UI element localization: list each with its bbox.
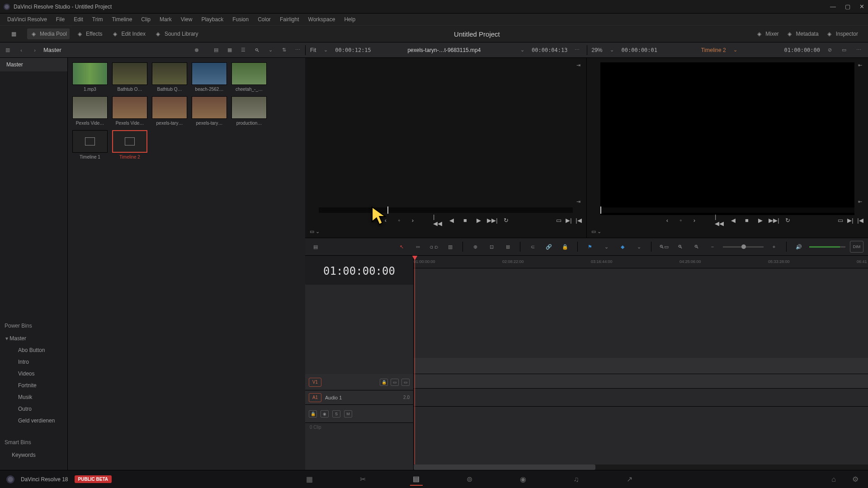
zoom-detail-icon[interactable]: 🔍︎ bbox=[690, 241, 702, 253]
audio-mute-icon[interactable]: 🔊 bbox=[793, 241, 805, 253]
zoom-out-icon[interactable]: − bbox=[707, 241, 718, 253]
sidebar-toggle[interactable]: ▦ bbox=[7, 28, 20, 39]
overwrite-icon[interactable]: ▭ bbox=[835, 215, 845, 225]
media-clip[interactable]: Bathtub O… bbox=[112, 62, 147, 92]
maximize-button[interactable]: ▢ bbox=[845, 3, 850, 10]
zoom-search-icon[interactable]: 🔍︎▭ bbox=[658, 241, 670, 253]
audio-track-label[interactable]: A1 bbox=[309, 393, 321, 402]
mute-button[interactable]: M bbox=[344, 410, 352, 418]
jog-icon[interactable]: ◦ bbox=[394, 215, 404, 225]
media-page-icon[interactable]: ▦ bbox=[303, 473, 316, 486]
more-icon[interactable]: ⋯ bbox=[572, 45, 582, 55]
timeline-timecode[interactable]: 01:00:00:00 bbox=[305, 256, 413, 285]
deliver-page-icon[interactable]: ↗ bbox=[623, 473, 636, 486]
edit-index-button[interactable]: ◈Edit Index bbox=[109, 28, 148, 39]
more-icon[interactable]: ⋯ bbox=[854, 45, 863, 55]
zoom-fit-icon[interactable]: 🔍︎ bbox=[674, 241, 686, 253]
fusion-page-icon[interactable]: ⊚ bbox=[463, 473, 476, 486]
zoom-in-icon[interactable]: + bbox=[768, 241, 780, 253]
blade-tool-icon[interactable]: ▥ bbox=[444, 241, 456, 253]
match-frame-icon[interactable]: ⇤ bbox=[858, 199, 865, 206]
video-track-label[interactable]: V1 bbox=[309, 378, 321, 387]
media-clip[interactable]: 1.mp3 bbox=[72, 62, 108, 92]
auto-select-icon[interactable]: ▭ bbox=[391, 379, 399, 386]
lock-icon[interactable]: 🔒 bbox=[559, 241, 571, 253]
media-clip[interactable]: pexels-tary… bbox=[192, 96, 227, 126]
prev-edit-icon[interactable]: ‹ bbox=[662, 215, 672, 225]
insert-clip-icon[interactable]: ⊕ bbox=[469, 241, 481, 253]
menu-mark[interactable]: Mark bbox=[156, 14, 175, 24]
stop-icon[interactable]: ■ bbox=[742, 215, 752, 225]
media-clip[interactable]: pexels-tary… bbox=[152, 96, 187, 126]
menu-timeline[interactable]: Timeline bbox=[108, 14, 136, 24]
menu-color[interactable]: Color bbox=[254, 14, 274, 24]
menu-edit[interactable]: Edit bbox=[70, 14, 87, 24]
mark-in-out-icon[interactable]: ▭ ⌄ bbox=[310, 227, 321, 236]
power-bin-item[interactable]: Videos bbox=[0, 368, 67, 380]
effects-button[interactable]: ◈Effects bbox=[73, 28, 105, 39]
volume-slider[interactable] bbox=[809, 246, 845, 248]
playhead-line[interactable] bbox=[415, 256, 415, 470]
loop-icon[interactable]: ↻ bbox=[501, 215, 511, 225]
edit-page-icon[interactable]: ▤ bbox=[410, 473, 423, 486]
arm-track-icon[interactable]: ◉ bbox=[321, 410, 329, 418]
timeline-view-icon[interactable]: ▤ bbox=[310, 241, 321, 253]
bin-view-icon[interactable]: ▥ bbox=[3, 45, 13, 55]
media-clip[interactable]: beach-2562… bbox=[192, 62, 227, 92]
snap-icon[interactable]: ⊂ bbox=[527, 241, 538, 253]
chevron-down-icon[interactable]: ⌄ bbox=[633, 241, 645, 253]
first-frame-icon[interactable]: |◀◀ bbox=[433, 215, 443, 225]
audio-track-area[interactable] bbox=[414, 374, 868, 389]
thumb-view-icon[interactable]: ▤ bbox=[211, 45, 221, 55]
chevron-down-icon[interactable]: ⌄ bbox=[517, 45, 527, 55]
power-bin-item[interactable]: Outro bbox=[0, 403, 67, 415]
insert-icon[interactable]: ▶| bbox=[564, 215, 574, 225]
match-frame-icon[interactable]: ⇥ bbox=[576, 62, 584, 70]
menu-file[interactable]: File bbox=[52, 14, 68, 24]
single-viewer-icon[interactable]: ▭ bbox=[839, 45, 849, 55]
timeline-ruler[interactable]: 01:00:00:0002:08:22:0003:16:44:0004:25:0… bbox=[414, 256, 868, 268]
program-scrubber[interactable] bbox=[600, 207, 854, 213]
chevron-down-icon[interactable]: ⌄ bbox=[265, 45, 275, 55]
search-icon[interactable]: 🔍︎ bbox=[252, 45, 262, 55]
overwrite-icon[interactable]: ▭ bbox=[554, 215, 564, 225]
selection-tool-icon[interactable]: ↖ bbox=[396, 241, 407, 253]
prev-edit-icon[interactable]: ‹ bbox=[381, 215, 391, 225]
source-scrubber[interactable] bbox=[319, 207, 573, 213]
program-zoom[interactable]: 29% bbox=[592, 47, 603, 53]
stop-icon[interactable]: ■ bbox=[460, 215, 470, 225]
step-fwd-icon[interactable]: ▶▶| bbox=[769, 215, 779, 225]
play-icon[interactable]: ▶ bbox=[755, 215, 765, 225]
home-icon[interactable]: ⌂ bbox=[827, 473, 840, 486]
match-frame-icon[interactable]: ⇤ bbox=[858, 62, 865, 70]
bypass-icon[interactable]: ⊘ bbox=[825, 45, 835, 55]
nav-back[interactable]: ‹ bbox=[16, 45, 26, 55]
match-frame-icon[interactable]: ⇥ bbox=[576, 199, 584, 206]
metadata-button[interactable]: ◈Metadata bbox=[783, 28, 821, 39]
master-bin[interactable]: Master bbox=[0, 58, 67, 71]
grid-view-icon[interactable]: ▦ bbox=[225, 45, 235, 55]
fairlight-page-icon[interactable]: ♫ bbox=[570, 473, 583, 486]
cut-page-icon[interactable]: ✂ bbox=[357, 473, 369, 486]
menu-playback[interactable]: Playback bbox=[198, 14, 227, 24]
mark-in-out-icon[interactable]: ▭ ⌄ bbox=[591, 227, 603, 236]
minimize-button[interactable]: — bbox=[830, 3, 836, 10]
next-edit-icon[interactable]: › bbox=[689, 215, 699, 225]
jog-icon[interactable]: ◦ bbox=[676, 215, 686, 225]
video-track-area[interactable] bbox=[414, 358, 868, 374]
lock-track-icon[interactable]: 🔒 bbox=[380, 379, 388, 386]
menu-workspace[interactable]: Workspace bbox=[305, 14, 339, 24]
overwrite-clip-icon[interactable]: ⊡ bbox=[486, 241, 497, 253]
power-bin-item[interactable]: Abo Button bbox=[0, 344, 67, 356]
settings-icon[interactable]: ⚙ bbox=[849, 473, 862, 486]
chevron-down-icon[interactable]: ⌄ bbox=[731, 45, 741, 55]
source-fit[interactable]: Fit bbox=[310, 47, 316, 53]
media-clip[interactable]: Pexels Vide… bbox=[72, 96, 108, 126]
mixer-button[interactable]: ◈Mixer bbox=[753, 28, 781, 39]
inspector-button[interactable]: ◈Inspector bbox=[823, 28, 861, 39]
trim-tool-icon[interactable]: ⇿ bbox=[412, 241, 424, 253]
source-clip-name[interactable]: pexels-taryn-…t-9683115.mp4 bbox=[376, 47, 513, 53]
menu-davinci-resolve[interactable]: DaVinci Resolve bbox=[4, 14, 51, 24]
timeline-scrollbar[interactable] bbox=[414, 465, 868, 470]
color-page-icon[interactable]: ◉ bbox=[517, 473, 529, 486]
